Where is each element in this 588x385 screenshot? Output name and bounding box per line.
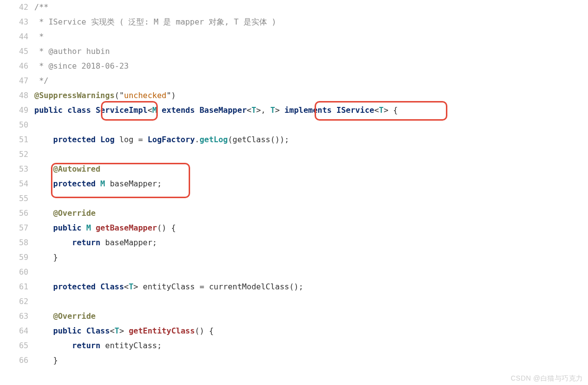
code-content: @SuppressWarnings("unchecked"): [34, 88, 176, 103]
code-content: /**: [34, 0, 49, 15]
code-editor: 42/**43 * IService 实现类 ( 泛型: M 是 mapper …: [0, 0, 588, 368]
line-number: 45: [0, 44, 34, 59]
line-number: 51: [0, 132, 34, 147]
line-number: 61: [0, 280, 34, 294]
code-content: return entityClass;: [34, 338, 162, 353]
code-line: 64 public Class<T> getEntityClass() {: [0, 324, 588, 338]
code-line: 62: [0, 294, 588, 309]
code-line: 58 return baseMapper;: [0, 235, 588, 250]
code-line: 44 *: [0, 29, 588, 44]
line-number: 49: [0, 103, 34, 118]
code-line: 60: [0, 265, 588, 280]
line-number: 50: [0, 118, 34, 132]
line-number: 52: [0, 147, 34, 162]
code-content: return baseMapper;: [34, 235, 157, 250]
code-content: }: [34, 250, 58, 265]
watermark: CSDN @白猫与巧克力: [511, 374, 583, 383]
line-number: 54: [0, 177, 34, 191]
code-content: }: [34, 353, 58, 368]
code-line: 49public class ServiceImpl<M extends Bas…: [0, 103, 588, 118]
code-line: 57 public M getBaseMapper() {: [0, 221, 588, 235]
line-number: 58: [0, 235, 34, 250]
line-number: 63: [0, 309, 34, 324]
line-number: 44: [0, 29, 34, 44]
line-number: 59: [0, 250, 34, 265]
code-line: 51 protected Log log = LogFactory.getLog…: [0, 132, 588, 147]
code-line: 53 @Autowired: [0, 162, 588, 177]
line-number: 56: [0, 206, 34, 221]
code-content: protected Class<T> entityClass = current…: [34, 280, 303, 294]
code-line: 45 * @author hubin: [0, 44, 588, 59]
line-number: 57: [0, 221, 34, 235]
line-number: 64: [0, 324, 34, 338]
line-number: 60: [0, 265, 34, 280]
code-content: * IService 实现类 ( 泛型: M 是 mapper 对象, T 是实…: [34, 15, 276, 29]
code-content: @Override: [34, 309, 96, 324]
code-content: public M getBaseMapper() {: [34, 221, 176, 235]
line-number: 46: [0, 59, 34, 74]
code-content: protected Log log = LogFactory.getLog(ge…: [34, 132, 289, 147]
code-line: 47 */: [0, 74, 588, 88]
code-content: * @since 2018-06-23: [34, 59, 129, 74]
code-content: @Override: [34, 206, 96, 221]
code-content: @Autowired: [34, 162, 100, 177]
line-number: 53: [0, 162, 34, 177]
code-content: */: [34, 74, 49, 88]
code-line: 66 }: [0, 353, 588, 368]
code-line: 43 * IService 实现类 ( 泛型: M 是 mapper 对象, T…: [0, 15, 588, 29]
code-line: 48@SuppressWarnings("unchecked"): [0, 88, 588, 103]
code-line: 59 }: [0, 250, 588, 265]
code-content: protected M baseMapper;: [34, 177, 162, 191]
line-number: 62: [0, 294, 34, 309]
code-content: *: [34, 29, 44, 44]
code-line: 52: [0, 147, 588, 162]
line-number: 43: [0, 15, 34, 29]
code-line: 65 return entityClass;: [0, 338, 588, 353]
line-number: 66: [0, 353, 34, 368]
code-content: public Class<T> getEntityClass() {: [34, 324, 214, 338]
line-number: 65: [0, 338, 34, 353]
line-number: 47: [0, 74, 34, 88]
code-line: 50: [0, 118, 588, 132]
code-line: 61 protected Class<T> entityClass = curr…: [0, 280, 588, 294]
code-line: 42/**: [0, 0, 588, 15]
line-number: 42: [0, 0, 34, 15]
code-line: 46 * @since 2018-06-23: [0, 59, 588, 74]
line-number: 48: [0, 88, 34, 103]
code-content: * @author hubin: [34, 44, 110, 59]
code-line: 55: [0, 191, 588, 206]
code-line: 63 @Override: [0, 309, 588, 324]
line-number: 55: [0, 191, 34, 206]
code-line: 56 @Override: [0, 206, 588, 221]
code-content: public class ServiceImpl<M extends BaseM…: [34, 103, 398, 118]
code-line: 54 protected M baseMapper;: [0, 177, 588, 191]
